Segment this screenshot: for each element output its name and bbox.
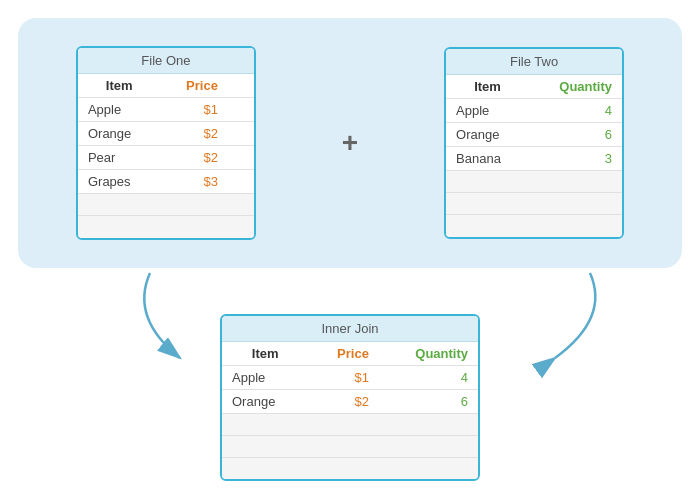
extra-cell	[228, 146, 254, 170]
result-table: Inner Join Item Price Quantity Apple $1 …	[220, 314, 480, 482]
table-row: Orange $2	[78, 122, 254, 146]
empty-row	[446, 193, 622, 215]
file-two-header-qty: Quantity	[529, 75, 622, 99]
table-row: Apple $1	[78, 98, 254, 122]
item-cell: Pear	[78, 146, 161, 170]
item-cell: Apple	[78, 98, 161, 122]
file-one-header-empty	[228, 74, 254, 98]
empty-row	[446, 171, 622, 193]
price-cell: $2	[160, 122, 227, 146]
table-row: Grapes $3	[78, 170, 254, 194]
empty-cell	[446, 171, 529, 193]
file-two-header-item: Item	[446, 75, 529, 99]
empty-cell	[308, 413, 379, 435]
empty-row	[446, 215, 622, 237]
table-row: Orange $2 6	[222, 389, 478, 413]
result-header-qty: Quantity	[379, 342, 478, 366]
empty-cell	[160, 194, 227, 216]
top-area: File One Item Price Apple $1	[18, 18, 682, 268]
file-one-table: File One Item Price Apple $1	[76, 46, 256, 240]
plus-sign: +	[342, 127, 358, 159]
price-cell: $1	[308, 365, 379, 389]
qty-cell: 6	[529, 123, 622, 147]
item-cell: Banana	[446, 147, 529, 171]
table-row: Banana 3	[446, 147, 622, 171]
empty-row	[222, 435, 478, 457]
file-two-table: File Two Item Quantity Apple 4 Orange 6	[444, 47, 624, 239]
price-cell: $3	[160, 170, 227, 194]
price-cell: $2	[308, 389, 379, 413]
empty-cell	[228, 216, 254, 238]
empty-cell	[529, 171, 622, 193]
empty-row	[222, 413, 478, 435]
qty-cell: 3	[529, 147, 622, 171]
extra-cell	[228, 98, 254, 122]
empty-cell	[228, 194, 254, 216]
empty-cell	[379, 413, 478, 435]
empty-cell	[446, 215, 529, 237]
empty-cell	[160, 216, 227, 238]
price-cell: $1	[160, 98, 227, 122]
item-cell: Grapes	[78, 170, 161, 194]
empty-cell	[78, 216, 161, 238]
item-cell: Apple	[222, 365, 308, 389]
result-header-price: Price	[308, 342, 379, 366]
file-one-title: File One	[78, 48, 254, 74]
empty-cell	[222, 457, 308, 479]
empty-cell	[308, 457, 379, 479]
arrow-right	[500, 268, 620, 371]
item-cell: Orange	[78, 122, 161, 146]
empty-cell	[379, 435, 478, 457]
extra-cell	[228, 170, 254, 194]
extra-cell	[228, 122, 254, 146]
item-cell: Orange	[222, 389, 308, 413]
empty-cell	[308, 435, 379, 457]
empty-cell	[446, 193, 529, 215]
result-title: Inner Join	[222, 316, 478, 342]
result-header-item: Item	[222, 342, 308, 366]
empty-cell	[529, 193, 622, 215]
empty-row	[78, 194, 254, 216]
empty-cell	[222, 413, 308, 435]
qty-cell: 4	[379, 365, 478, 389]
item-cell: Apple	[446, 99, 529, 123]
empty-cell	[529, 215, 622, 237]
result-table-container: Inner Join Item Price Quantity Apple $1 …	[220, 314, 480, 482]
table-row: Apple 4	[446, 99, 622, 123]
empty-cell	[78, 194, 161, 216]
empty-row	[78, 216, 254, 238]
table-row: Orange 6	[446, 123, 622, 147]
file-one-header-price: Price	[160, 74, 227, 98]
qty-cell: 4	[529, 99, 622, 123]
file-two-title: File Two	[446, 49, 622, 75]
empty-cell	[222, 435, 308, 457]
item-cell: Orange	[446, 123, 529, 147]
price-cell: $2	[160, 146, 227, 170]
table-row: Apple $1 4	[222, 365, 478, 389]
empty-cell	[379, 457, 478, 479]
qty-cell: 6	[379, 389, 478, 413]
file-one-header-item: Item	[78, 74, 161, 98]
empty-row	[222, 457, 478, 479]
table-row: Pear $2	[78, 146, 254, 170]
main-container: File One Item Price Apple $1	[0, 0, 700, 501]
